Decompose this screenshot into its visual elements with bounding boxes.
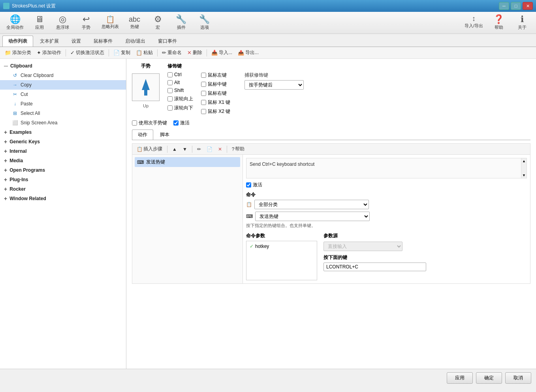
- params-title: 命令参数: [246, 233, 317, 239]
- close-button[interactable]: ✕: [523, 2, 533, 10]
- toolbar-options[interactable]: 🔧 选项: [194, 13, 215, 32]
- tab-window-events[interactable]: 窗口事件: [152, 36, 183, 47]
- right-panel: 手势 Up 修饰键 Ctrl: [126, 59, 536, 369]
- ctrl-checkbox[interactable]: [167, 72, 173, 77]
- toolbar-help[interactable]: ❓ 帮助: [488, 13, 510, 32]
- apply-button[interactable]: 应用: [447, 372, 473, 384]
- tab-settings[interactable]: 设置: [66, 36, 87, 47]
- command-select[interactable]: 发送热键: [255, 212, 370, 221]
- tree-category-generic-keys[interactable]: + Generic Keys: [0, 137, 126, 146]
- insert-step-button[interactable]: 📋 插入步骤: [135, 145, 164, 153]
- help-label: 帮助: [235, 146, 244, 152]
- tree-category-plug-ins[interactable]: + Plug-Ins: [0, 175, 126, 184]
- toolbar-apps[interactable]: 🖥 应用: [28, 13, 50, 32]
- tab-text-expand[interactable]: 文本扩展: [34, 36, 65, 47]
- param-check-icon: ✓: [250, 244, 254, 249]
- add-category-icon: 📁: [5, 50, 11, 56]
- gesture-canvas: [132, 73, 160, 101]
- tab-mouse-events[interactable]: 鼠标事件: [88, 36, 118, 47]
- title-bar: StrokesPlus.net 设置 ─ □ ✕: [0, 0, 536, 12]
- tree-item-label: Clear Clipboard: [21, 73, 53, 78]
- scroll-up-btn[interactable]: ▲: [522, 159, 526, 163]
- step-item-send-hotkey[interactable]: ⌨ 发送热键: [135, 157, 240, 167]
- copy-step-button[interactable]: 📄: [205, 146, 214, 153]
- tree-item-select-all[interactable]: ⊞ Select All: [0, 109, 126, 118]
- mouse-left-checkbox[interactable]: [201, 73, 206, 78]
- activate-detail-checkbox[interactable]: [246, 182, 251, 188]
- move-up-button[interactable]: ▲: [170, 146, 179, 153]
- ignore-list-icon: 📋: [106, 16, 115, 23]
- toolbar-global-actions[interactable]: 🌐 全局动作: [3, 13, 27, 32]
- tree-item-clear-clipboard[interactable]: ↺ Clear Clipboard: [0, 71, 126, 80]
- capture-select[interactable]: 按手势键后 按手势键前 不捕获: [244, 80, 304, 90]
- toggle-activate-button[interactable]: ✓ 切换激活状态: [68, 48, 107, 57]
- toolbar-ignore-list[interactable]: 📋 忽略列表: [98, 14, 122, 31]
- paste-icon: 📋: [136, 50, 142, 56]
- export-button[interactable]: 📤 导出...: [235, 48, 261, 57]
- tree-category-rocker[interactable]: + Rocker: [0, 184, 126, 194]
- cancel-button[interactable]: 取消: [505, 372, 531, 384]
- toggle-icon: ✓: [70, 50, 75, 56]
- tree-item-cut[interactable]: ✂ Cut: [0, 90, 126, 99]
- tree-category-open-programs[interactable]: + Open Programs: [0, 165, 126, 175]
- command-section: 命令 📋 全部分类 ⌨ 发送热键 按下指定的热键组合。也支持单键。: [246, 191, 527, 229]
- add-category-button[interactable]: 📁 添加分类: [2, 48, 34, 57]
- category-select[interactable]: 全部分类: [254, 200, 369, 209]
- inner-tab-script[interactable]: 脚本: [154, 129, 175, 140]
- tab-startup-exit[interactable]: 启动/退出: [119, 36, 151, 47]
- key-input[interactable]: [323, 263, 426, 271]
- activate-detail-label[interactable]: 激活: [246, 182, 262, 188]
- scroll-down-btn[interactable]: ▼: [522, 173, 526, 177]
- inner-tab-action[interactable]: 动作: [132, 129, 153, 140]
- toolbar-import-export[interactable]: ↕ 导入/导出: [461, 13, 486, 32]
- tree-category-window-related[interactable]: + Window Related: [0, 194, 126, 203]
- move-down-button[interactable]: ▼: [181, 146, 189, 153]
- maximize-button[interactable]: □: [511, 2, 521, 10]
- help-step-button[interactable]: ? 帮助: [230, 145, 247, 153]
- source-label: 参数源: [323, 233, 527, 239]
- toolbar-gestures[interactable]: ↩ 手势: [75, 13, 97, 32]
- param-item-hotkey[interactable]: ✓ hotkey: [248, 243, 315, 250]
- tree-item-copy[interactable]: → Copy: [0, 80, 126, 90]
- tree-category-media[interactable]: + Media: [0, 156, 126, 165]
- use-secondary-checkbox[interactable]: [132, 120, 137, 126]
- modifier-mouse-x2: 鼠标 X2 键: [201, 108, 230, 115]
- toolbar-plugins[interactable]: 🔧 插件: [170, 13, 192, 32]
- toolbar-floatball[interactable]: ◎ 悬浮球: [52, 13, 73, 32]
- rename-button[interactable]: ✏ 重命名: [160, 48, 184, 57]
- add-action-button[interactable]: ✦ 添加动作: [34, 48, 64, 57]
- activate-checkbox[interactable]: [173, 120, 179, 126]
- tree-category-internal[interactable]: + Internal: [0, 146, 126, 156]
- mouse-x2-checkbox[interactable]: [201, 109, 206, 114]
- mouse-middle-checkbox[interactable]: [201, 82, 206, 87]
- tree-category-clipboard[interactable]: ─ Clipboard: [0, 61, 126, 71]
- minimize-button[interactable]: ─: [499, 2, 509, 10]
- move-up-icon: ▲: [172, 146, 177, 152]
- tree-category-examples[interactable]: + Examples: [0, 128, 126, 137]
- paste-action-button[interactable]: 📋 粘贴: [134, 48, 155, 57]
- activate-label[interactable]: 激活: [173, 120, 190, 126]
- use-secondary-label[interactable]: 使用次手势键: [132, 120, 167, 126]
- import-button[interactable]: 📥 导入...: [209, 48, 235, 57]
- tree-item-snip-screen[interactable]: ⬜ Snip Screen Area: [0, 118, 126, 128]
- mouse-right-checkbox[interactable]: [201, 91, 206, 96]
- scroll-up-checkbox[interactable]: [167, 96, 173, 101]
- hotkeys-icon: abc: [129, 16, 140, 23]
- delete-button[interactable]: ✕ 删除: [185, 48, 205, 57]
- toolbar-hotkeys[interactable]: abc 热键: [124, 14, 145, 31]
- scroll-down-checkbox[interactable]: [167, 105, 173, 111]
- import-icon: 📥: [211, 50, 218, 56]
- tree-item-paste[interactable]: ↓ Paste: [0, 99, 126, 109]
- delete-step-button[interactable]: ✕: [216, 146, 224, 153]
- mouse-x1-checkbox[interactable]: [201, 100, 206, 105]
- ok-button[interactable]: 确定: [476, 372, 502, 384]
- tab-action-list[interactable]: 动作列表: [2, 36, 33, 47]
- category-label-generic: Generic Keys: [9, 139, 40, 144]
- edit-step-button[interactable]: ✏: [195, 146, 203, 153]
- alt-checkbox[interactable]: [167, 80, 173, 85]
- toolbar-macros[interactable]: ⚙ 宏: [147, 13, 169, 32]
- separator: [167, 146, 167, 153]
- copy-action-button[interactable]: 📄 复制: [111, 48, 133, 57]
- shift-checkbox[interactable]: [167, 88, 173, 93]
- toolbar-about[interactable]: ℹ 关于: [511, 13, 533, 32]
